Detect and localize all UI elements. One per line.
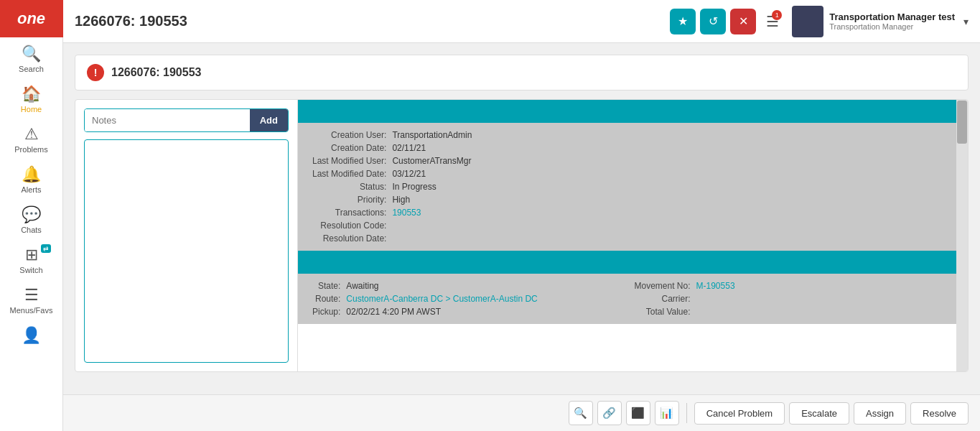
chevron-down-icon[interactable]: ▾	[963, 16, 969, 27]
stop-button[interactable]: ⬛	[626, 401, 650, 425]
scrollbar-thumb[interactable]	[957, 101, 967, 144]
movement-label: Total Value:	[635, 307, 691, 317]
assign-button[interactable]: Assign	[854, 402, 906, 425]
alert-title: 1266076: 190553	[111, 66, 201, 79]
switch-badge: ⇄	[41, 244, 51, 253]
details-grid: Creation User:TransportationAdminCreatio…	[298, 123, 956, 251]
user-avatar	[792, 6, 823, 37]
movement-value	[696, 307, 942, 317]
movement-label: Pickup:	[312, 307, 340, 317]
sidebar-item-label: Switch	[19, 266, 42, 274]
content-area: ! 1266076: 190553 Add Creation User:Tran…	[63, 43, 980, 394]
resolve-button[interactable]: Resolve	[910, 402, 969, 425]
topbar: 1266076: 190553 ★ ↺ ✕ ☰ 1 Transportation…	[63, 0, 980, 43]
movement-value: Awaiting	[346, 281, 620, 291]
star-button[interactable]: ★	[670, 9, 696, 34]
notes-input[interactable]	[85, 109, 250, 131]
movement-right-col: Movement No:M-190553Carrier:Total Value:	[635, 281, 943, 317]
app-logo: one	[0, 0, 63, 37]
alert-error-icon: !	[87, 64, 104, 81]
sidebar-item-label: Home	[21, 105, 42, 113]
detail-label: Last Modified Date:	[312, 169, 386, 179]
movement-label: Movement No:	[635, 281, 691, 291]
detail-value: TransportationAdmin	[392, 130, 942, 140]
detail-value: 02/11/21	[392, 143, 942, 153]
zoom-button[interactable]: 🔍	[569, 401, 593, 425]
sidebar-item-problems[interactable]: ⚠ Problems	[0, 118, 62, 158]
sidebar-item-home[interactable]: 🏠 Home	[0, 78, 62, 118]
sidebar-item-chats[interactable]: 💬 Chats	[0, 198, 62, 238]
escalate-button[interactable]: Escalate	[789, 402, 849, 425]
home-icon: 🏠	[22, 85, 41, 103]
notes-input-row: Add	[84, 108, 289, 132]
movement-label: Route:	[312, 294, 340, 304]
sidebar-item-search[interactable]: 🔍 Search	[0, 37, 62, 78]
link-button[interactable]: 🔗	[597, 401, 622, 425]
search-icon: 🔍	[22, 45, 41, 63]
main-panel: Add Creation User:TransportationAdminCre…	[75, 99, 969, 372]
sidebar-item-label: Search	[19, 65, 44, 73]
movement-value: 02/02/21 4:20 PM AWST	[346, 307, 620, 317]
cancel-problem-button[interactable]: Cancel Problem	[694, 402, 785, 425]
notes-panel: Add	[75, 100, 298, 371]
main-area: 1266076: 190553 ★ ↺ ✕ ☰ 1 Transportation…	[63, 0, 980, 431]
close-button[interactable]: ✕	[730, 9, 756, 34]
user-role: Transportation Manager	[829, 22, 955, 31]
user-name: Transportation Manager test	[829, 11, 955, 22]
menu-icon: ☰	[24, 286, 39, 305]
sidebar-item-switch[interactable]: ⊞ ⇄ Switch	[0, 238, 62, 279]
sidebar-item-user[interactable]: 👤	[0, 319, 62, 351]
detail-value: High	[392, 195, 942, 205]
detail-label: Resolution Code:	[312, 221, 386, 231]
hamburger-menu-button[interactable]: ☰ 1	[766, 13, 779, 30]
details-section-header	[298, 100, 956, 123]
sidebar-item-menus[interactable]: ☰ Menus/Favs	[0, 279, 62, 319]
detail-label: Status:	[312, 182, 386, 192]
sidebar-item-label: Problems	[14, 145, 47, 154]
sidebar-item-label: Chats	[21, 226, 42, 234]
toolbar-separator	[686, 403, 687, 423]
bottom-toolbar: 🔍 🔗 ⬛ 📊 Cancel Problem Escalate Assign R…	[63, 394, 980, 431]
movement-value	[696, 294, 942, 304]
bell-icon: 🔔	[22, 165, 41, 184]
detail-label: Transactions:	[312, 208, 386, 218]
notes-area	[84, 139, 289, 363]
sidebar-item-label: Menus/Favs	[10, 306, 53, 315]
detail-label: Creation Date:	[312, 143, 386, 153]
sidebar: one 🔍 Search 🏠 Home ⚠ Problems 🔔 Alerts …	[0, 0, 63, 431]
scrollbar[interactable]	[956, 100, 968, 371]
detail-value: CustomerATransMgr	[392, 156, 942, 166]
movement-label: State:	[312, 281, 340, 291]
user-avatar-icon: 👤	[22, 326, 41, 345]
add-note-button[interactable]: Add	[250, 109, 288, 131]
detail-value	[392, 233, 942, 244]
warning-icon: ⚠	[24, 125, 39, 144]
detail-label: Priority:	[312, 195, 386, 205]
topbar-actions: ★ ↺ ✕ ☰ 1 Transportation Manager test Tr…	[670, 6, 969, 37]
details-panel: Creation User:TransportationAdminCreatio…	[298, 100, 956, 371]
movement-left-col: State:AwaitingRoute:CustomerA-Canberra D…	[312, 281, 620, 317]
switch-icon: ⊞	[25, 246, 38, 264]
detail-label: Last Modified User:	[312, 156, 386, 166]
movement-section-header	[298, 251, 956, 274]
sidebar-item-label: Alerts	[21, 185, 41, 194]
user-info: Transportation Manager test Transportati…	[792, 6, 969, 37]
detail-value[interactable]: 190553	[392, 208, 942, 218]
chart-button[interactable]: 📊	[655, 401, 679, 425]
movement-value[interactable]: M-190553	[696, 281, 942, 291]
movement-value[interactable]: CustomerA-Canberra DC > CustomerA-Austin…	[346, 294, 620, 304]
chat-icon: 💬	[22, 205, 41, 224]
detail-value: In Progress	[392, 182, 942, 192]
detail-value	[392, 221, 942, 231]
detail-label: Resolution Date:	[312, 233, 386, 244]
alert-card: ! 1266076: 190553	[75, 55, 969, 91]
menu-notification-badge: 1	[772, 10, 782, 20]
user-text: Transportation Manager test Transportati…	[829, 11, 955, 31]
movement-label: Carrier:	[635, 294, 691, 304]
refresh-button[interactable]: ↺	[700, 9, 726, 34]
sidebar-item-alerts[interactable]: 🔔 Alerts	[0, 158, 62, 198]
detail-label: Creation User:	[312, 130, 386, 140]
topbar-title: 1266076: 190553	[75, 13, 670, 29]
movement-grid: State:AwaitingRoute:CustomerA-Canberra D…	[298, 274, 956, 324]
detail-value: 03/12/21	[392, 169, 942, 179]
